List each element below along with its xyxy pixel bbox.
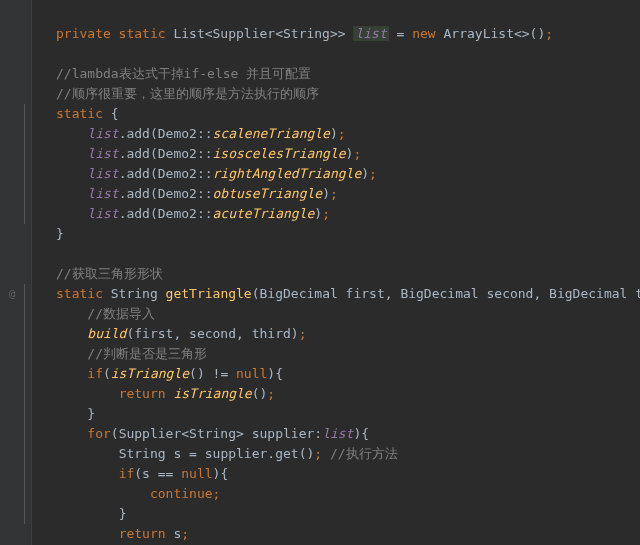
keyword: return xyxy=(119,526,174,541)
semicolon: ; xyxy=(353,146,361,161)
op: = xyxy=(181,446,204,461)
code-line: return isTriangle(); xyxy=(119,386,276,401)
comment: //执行方法 xyxy=(322,446,397,461)
op: = xyxy=(389,26,412,41)
comment: //判断是否是三角形 xyxy=(87,346,207,361)
gutter: @ xyxy=(0,0,32,545)
keyword: static xyxy=(56,286,111,301)
comment: //数据导入 xyxy=(87,306,155,321)
code-line: return s; xyxy=(119,526,189,541)
type: List<Supplier<String>> xyxy=(173,26,353,41)
var: supplier xyxy=(252,426,315,441)
keyword: return xyxy=(119,386,174,401)
modified-marker: @ xyxy=(4,284,20,300)
code-line: if(s == null){ xyxy=(119,466,229,481)
paren: ( xyxy=(134,466,142,481)
paren: ( xyxy=(103,366,111,381)
code-line: list.add(Demo2::scaleneTriangle); xyxy=(87,126,345,141)
method-ref: isoscelesTriangle xyxy=(213,146,346,161)
paren: ( xyxy=(111,426,119,441)
method-ref: obtuseTriangle xyxy=(213,186,323,201)
paren: ) xyxy=(314,206,322,221)
field: list xyxy=(87,146,118,161)
call: .add(Demo2:: xyxy=(119,206,213,221)
code-line: list.add(Demo2::rightAngledTriangle); xyxy=(87,166,377,181)
args: (first, second, third) xyxy=(126,326,298,341)
keyword: static xyxy=(56,106,111,121)
code-line: String s = supplier.get(); //执行方法 xyxy=(119,446,398,461)
code-line: build(first, second, third); xyxy=(87,326,306,341)
code-line: if(isTriangle() != null){ xyxy=(87,366,283,381)
method-ref: scaleneTriangle xyxy=(213,126,330,141)
paren: () xyxy=(189,366,205,381)
brace: { xyxy=(220,466,228,481)
paren: ) xyxy=(361,166,369,181)
call: supplier.get() xyxy=(205,446,315,461)
paren: ) xyxy=(267,366,275,381)
keyword: null xyxy=(181,466,212,481)
semicolon: ; xyxy=(322,206,330,221)
comment: //顺序很重要，这里的顺序是方法执行的顺序 xyxy=(56,86,319,101)
paren: ) xyxy=(322,186,330,201)
code-line: static { xyxy=(56,106,119,121)
code-line: private static List<Supplier<String>> li… xyxy=(56,26,553,41)
type: String xyxy=(111,286,166,301)
ctor: ArrayList<>() xyxy=(444,26,546,41)
fold-guide xyxy=(24,104,25,224)
field: list xyxy=(87,186,118,201)
comment: //获取三角形形状 xyxy=(56,266,163,281)
op: != xyxy=(205,366,236,381)
code-editor[interactable]: private static List<Supplier<String>> li… xyxy=(32,0,640,545)
field: list xyxy=(322,426,353,441)
keyword: if xyxy=(119,466,135,481)
code-line: list.add(Demo2::obtuseTriangle); xyxy=(87,186,337,201)
method-ref: acuteTriangle xyxy=(213,206,315,221)
brace: { xyxy=(275,366,283,381)
semicolon: ; xyxy=(338,126,346,141)
method-ref: rightAngledTriangle xyxy=(213,166,362,181)
brace: } xyxy=(119,506,127,521)
field: list xyxy=(87,166,118,181)
comment: //lambda表达式干掉if-else 并且可配置 xyxy=(56,66,311,81)
keyword: null xyxy=(236,366,267,381)
semicolon: ; xyxy=(299,326,307,341)
code-line: for(Supplier<String> supplier:list){ xyxy=(87,426,369,441)
method-name: getTriangle xyxy=(166,286,252,301)
brace: { xyxy=(361,426,369,441)
code-line: continue; xyxy=(150,486,220,501)
paren: () xyxy=(252,386,268,401)
semicolon: ; xyxy=(369,166,377,181)
var: s xyxy=(142,466,150,481)
call: .add(Demo2:: xyxy=(119,166,213,181)
keyword: if xyxy=(87,366,103,381)
call: .add(Demo2:: xyxy=(119,186,213,201)
params: (BigDecimal first, BigDecimal second, Bi… xyxy=(252,286,640,301)
semicolon: ; xyxy=(545,26,553,41)
field: list xyxy=(87,126,118,141)
semicolon: ; xyxy=(314,446,322,461)
code-line: list.add(Demo2::acuteTriangle); xyxy=(87,206,330,221)
method-call: isTriangle xyxy=(173,386,251,401)
keyword: private static xyxy=(56,26,173,41)
fold-guide xyxy=(24,284,25,524)
brace: { xyxy=(111,106,119,121)
code-line: static String getTriangle(BigDecimal fir… xyxy=(56,286,640,301)
code-line: list.add(Demo2::isoscelesTriangle); xyxy=(87,146,361,161)
op: == xyxy=(150,466,181,481)
call: .add(Demo2:: xyxy=(119,126,213,141)
method-call: build xyxy=(87,326,126,341)
field-highlighted: list xyxy=(353,26,388,41)
type: Supplier<String> xyxy=(119,426,252,441)
semicolon: ; xyxy=(213,486,221,501)
brace: } xyxy=(56,226,64,241)
colon: : xyxy=(314,426,322,441)
keyword: for xyxy=(87,426,110,441)
keyword: new xyxy=(412,26,443,41)
call: .add(Demo2:: xyxy=(119,146,213,161)
method-call: isTriangle xyxy=(111,366,189,381)
paren: ) xyxy=(330,126,338,141)
field: list xyxy=(87,206,118,221)
brace: } xyxy=(87,406,95,421)
semicolon: ; xyxy=(181,526,189,541)
semicolon: ; xyxy=(330,186,338,201)
